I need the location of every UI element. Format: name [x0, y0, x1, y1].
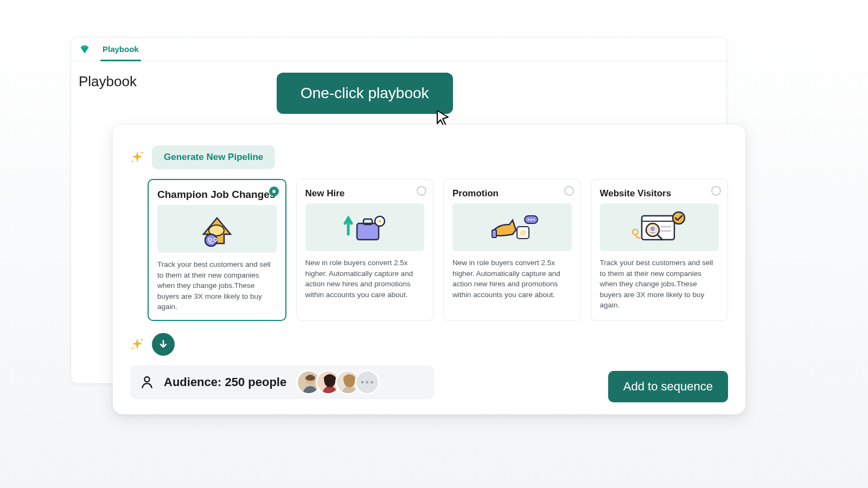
tab-playbook[interactable]: Playbook [103, 37, 139, 61]
svg-point-16 [533, 219, 534, 221]
card-description: New in role buyers convert 2.5x higher. … [452, 258, 572, 300]
audience-avatars: ··· [296, 370, 380, 395]
arrow-down-icon [158, 339, 169, 350]
pipeline-card-new-hire[interactable]: New Hire New in role buyers convert 2.5x… [296, 179, 434, 321]
pipeline-card-champion-job-changes[interactable]: Champion Job Changes Track your best cus… [148, 179, 286, 321]
radio-unselected-icon [711, 186, 721, 196]
card-illustration [157, 205, 277, 253]
card-title: New Hire [305, 188, 425, 199]
svg-point-6 [205, 234, 217, 246]
card-illustration [305, 203, 425, 251]
svg-point-14 [527, 219, 529, 221]
svg-point-24 [673, 212, 685, 224]
svg-point-3 [141, 152, 143, 153]
person-icon [140, 375, 154, 389]
pipeline-generator-card: Generate New Pipeline Champion Job Chang… [113, 125, 745, 414]
generate-new-pipeline-button[interactable]: Generate New Pipeline [152, 145, 275, 169]
card-description: Track your best customers and sell to th… [600, 258, 719, 311]
sparkle-icon [130, 150, 144, 164]
add-to-sequence-button[interactable]: Add to sequence [608, 371, 728, 402]
audience-count-label: Audience: 250 people [164, 375, 286, 389]
avatar-more-button[interactable]: ··· [355, 370, 380, 395]
svg-point-26 [141, 339, 143, 341]
svg-point-27 [132, 348, 133, 349]
card-description: New in role buyers convert 2.5x higher. … [305, 258, 425, 300]
radio-selected-icon [269, 187, 279, 196]
svg-rect-10 [492, 230, 496, 237]
audience-summary-bar: Audience: 250 people ··· [130, 365, 434, 399]
card-title: Promotion [452, 188, 572, 199]
pipeline-card-promotion[interactable]: Promotion @ New in role buyers convert 2… [443, 179, 581, 321]
svg-point-28 [144, 377, 149, 382]
card-description: Track your best customers and sell to th… [157, 259, 277, 312]
pipeline-card-website-visitors[interactable]: Website Visitors Track your best custome… [591, 179, 729, 321]
header-bar: Playbook [71, 37, 726, 61]
card-title: Website Visitors [600, 188, 719, 199]
svg-point-25 [633, 229, 638, 235]
sparkle-icon [130, 337, 144, 351]
one-click-playbook-button[interactable]: One-click playbook [277, 73, 453, 114]
card-title: Champion Job Changes [157, 189, 277, 201]
card-illustration: @ [452, 203, 572, 251]
radio-unselected-icon [417, 186, 426, 196]
svg-point-4 [132, 160, 133, 162]
card-illustration [600, 203, 719, 251]
svg-point-22 [650, 227, 655, 231]
svg-point-15 [530, 219, 532, 221]
radio-unselected-icon [564, 186, 574, 196]
pipeline-options-row: Champion Job Changes Track your best cus… [148, 179, 728, 321]
svg-rect-7 [357, 223, 379, 240]
svg-text:@: @ [520, 229, 526, 237]
expand-down-button[interactable] [152, 333, 175, 356]
gem-logo-icon [79, 43, 91, 55]
